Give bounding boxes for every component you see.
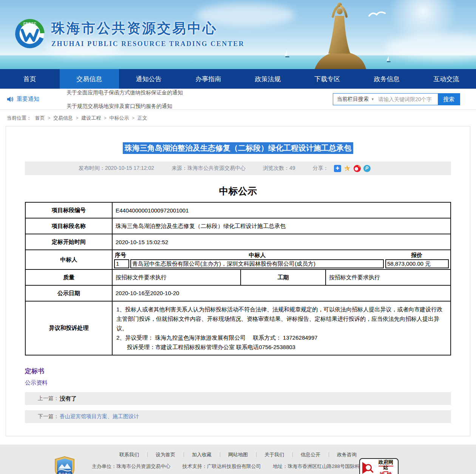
objection-line1: 1、投标人或者其他利害关系人认为招标投标活动不符合法律、法规和规章规定的，可以依… [116,305,447,333]
footer-link-info-disclosure[interactable]: 信息公开 [292,451,329,458]
table-row: 公示日期 2020-10-16至2020-10-20 [25,285,451,301]
breadcrumb-separator: > [132,115,134,121]
search-scope-select[interactable]: 当前栏目搜索 ▼ [333,94,378,105]
cloud-decoration [385,34,476,60]
site-logo[interactable]: ZPRTC 珠海市公共资源交易中心 ZHUHAI PUBLIC RESOURCE… [14,18,244,49]
speaker-icon [7,96,14,102]
footer-tech: 技术支持：广联达科技股份有限公司 [182,463,261,469]
prev-article-bar: 上一篇： 没有了 [25,392,451,405]
table-row: 中标人 序号 中标人 报价 1 青岛冠中生态股份有限公司(主办方)，深圳文科园林… [25,250,451,269]
search-button[interactable]: 搜索 [438,94,460,105]
sailboat [386,56,391,63]
share-pengyou-icon[interactable]: P [363,165,371,172]
nav-item-policies[interactable]: 政策法规 [238,69,298,89]
article-title: 珠海三角岛湖泊整治及生态修复（二标段）绿化工程设计施工总承包 [123,142,353,154]
award-table: 项目标段编号 E4404000001000972001001 项目标段名称 珠海… [25,202,451,356]
decision-doc-heading: 定标书 [25,367,451,376]
seagull [368,11,386,19]
notice-link[interactable]: 关于全面应用电子保函方式缴纳投标保证金的通知 [66,89,278,99]
next-article-link[interactable]: 香山迎宾馆项目方案、施工图设计 [60,413,139,420]
public-institution-badge[interactable]: 事业单位 [54,456,76,474]
breadcrumb-award-notice[interactable]: 中标公示 [109,115,129,121]
footer-links: 联系我们 设为首页 加入收藏 网站地图 关于我们 信息公开 政务咨询 [111,451,365,458]
share-more-icon[interactable]: ✚ [334,165,341,172]
breadcrumb-trade-info[interactable]: 交易信息 [53,115,73,121]
row-label: 异议和投诉处理 [25,301,112,355]
notice-link[interactable]: 关于规范交易场地安排及窗口预约服务的通知 [66,99,278,109]
objection-line3: 投诉受理：市建设工程招标投标管理办公室 联系电话0756-2538803 [116,342,447,352]
table-row: 异议和投诉处理 1、投标人或者其他利害关系人认为招标投标活动不符合法律、法规和规… [25,301,451,355]
sailboat [284,50,290,59]
row-label: 质量 [25,269,112,285]
winner-no: 1 [114,259,129,268]
breadcrumb-current[interactable]: 正文 [138,115,147,121]
share-weibo-icon[interactable] [354,165,361,172]
site-footer: 事业单位 联系我们 设为首页 加入收藏 网站地图 关于我们 信息公开 政务咨询 … [0,445,476,474]
view-count: 浏览次数：49 [263,165,295,172]
project-name: 珠海三角岛湖泊整治及生态修复（二标段）绿化工程设计施工总承包 [112,218,451,234]
table-row: 项目标段名称 珠海三角岛湖泊整治及生态修复（二标段）绿化工程设计施工总承包 [25,218,451,234]
section-title: 中标公示 [25,185,451,197]
row-label: 公示日期 [25,285,112,301]
project-code: E4404000001000972001001 [112,202,451,218]
next-article-bar: 下一篇： 香山迎宾馆项目方案、施工图设计 [25,410,451,423]
breadcrumb-home[interactable]: 首页 [35,115,45,121]
source: 来源：珠海市公共资源交易中心 [172,165,246,172]
row-label: 工期 [241,269,326,285]
row-label: 项目标段名称 [25,218,112,234]
winner-name: 青岛冠中生态股份有限公司(主办方)，深圳文科园林股份有限公司(成员方) [130,259,384,268]
winner-col-name: 中标人 [130,251,385,259]
nav-item-home[interactable]: 首页 [0,69,60,89]
footer-link-sitemap[interactable]: 网站地图 [220,451,256,458]
row-label: 中标人 [25,250,112,269]
footer-link-about[interactable]: 关于我们 [256,451,292,458]
nav-item-gov-info[interactable]: 政务信息 [357,69,417,89]
footer-link-favorite[interactable]: 加入收藏 [184,451,220,458]
notice-bar: 重要通知 关于全面应用电子保函方式缴纳投标保证金的通知 关于规范交易场地安排及窗… [0,89,476,110]
article-meta-bar: 发布时间：2020-10-15 17:12:02 来源：珠海市公共资源交易中心 … [25,162,451,175]
breadcrumb-separator: > [104,115,107,121]
svg-text:事业单位: 事业单位 [58,472,71,474]
publicity-dates: 2020-10-16至2020-10-20 [112,285,451,301]
chevron-down-icon: ▼ [371,97,374,101]
share-label: 分享： [313,165,329,172]
share-qzone-icon[interactable]: ★z [344,165,351,172]
gov-site-error-report-badge[interactable]: 政府网站 找错 [359,458,399,474]
finderr-line1: 政府网站 [379,459,393,472]
site-title: 珠海市公共资源交易中心 [51,19,244,38]
nav-item-downloads[interactable]: 下载专区 [298,69,357,89]
site-banner: ZPRTC 珠海市公共资源交易中心 ZHUHAI PUBLIC RESOURCE… [0,0,476,69]
notice-ticker: 关于全面应用电子保函方式缴纳投标保证金的通知 关于规范交易场地安排及窗口预约服务… [66,89,278,109]
footer-link-gov-consult[interactable]: 政务咨询 [329,451,365,458]
breadcrumb-construction[interactable]: 建设工程 [81,115,101,121]
search-box: 当前栏目搜索 ▼ 搜索 [333,93,460,105]
decision-start-time: 2020-10-15 15:02:52 [112,234,451,250]
zprtc-logo-icon: ZPRTC [14,18,45,49]
breadcrumb-separator: > [76,115,79,121]
article-card: 珠海三角岛湖泊整治及生态修复（二标段）绿化工程设计施工总承包 发布时间：2020… [6,126,470,436]
next-label: 下一篇： [38,413,59,420]
nav-item-trade-info[interactable]: 交易信息 [60,69,119,89]
publish-time: 发布时间：2020-10-15 17:12:02 [79,165,154,172]
winner-col-price: 报价 [385,251,449,259]
footer-link-contact[interactable]: 联系我们 [111,451,147,458]
breadcrumb-separator: > [48,115,50,121]
winner-cell: 序号 中标人 报价 1 青岛冠中生态股份有限公司(主办方)，深圳文科园林股份有限… [112,250,451,269]
flag-magnifier-icon [362,461,374,474]
fisher-girl-statue [308,0,372,69]
row-label: 定标开始时间 [25,234,112,250]
search-input[interactable] [378,94,438,105]
nav-item-announcements[interactable]: 通知公告 [119,69,179,89]
nav-item-service-guide[interactable]: 办事指南 [179,69,238,89]
finderr-line2: 找错 [376,471,396,474]
row-label: 项目标段编号 [25,202,112,218]
prev-label: 上一篇： [38,395,59,402]
svg-text:ZPRTC: ZPRTC [23,22,37,25]
footer-link-set-home[interactable]: 设为首页 [147,451,184,458]
publicity-material-link[interactable]: 公示资料 [25,379,48,386]
nav-item-interaction[interactable]: 互动交流 [417,69,476,89]
breadcrumb: 当前位置： 首页 > 交易信息 > 建设工程 > 中标公示 > 正文 [0,110,476,126]
winner-col-no: 序号 [114,251,130,259]
table-row: 项目标段编号 E4404000001000972001001 [25,202,451,218]
table-row: 定标开始时间 2020-10-15 15:02:52 [25,234,451,250]
